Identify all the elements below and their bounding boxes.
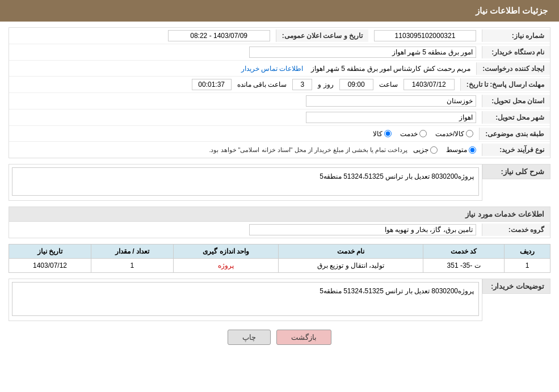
input-announce-date[interactable] <box>168 30 270 41</box>
value-service-group <box>9 222 482 238</box>
input-delivery-city[interactable] <box>306 112 476 123</box>
label-service-group: گروه خدمت: <box>482 224 550 236</box>
radio-jozi-label: جزیی <box>413 146 428 154</box>
back-button[interactable]: بازگشت <box>276 330 331 345</box>
input-need-number[interactable] <box>374 30 476 41</box>
input-response-time[interactable] <box>339 79 373 90</box>
col-header-name: نام خدمت <box>279 245 423 259</box>
purchase-type-row: متوسط جزیی پرداخت تمام یا بخشی از مبلغ خ… <box>15 146 476 154</box>
label-requester: ایجاد کننده درخواست: <box>476 62 550 75</box>
radio-kala-khadamat[interactable]: کالا/خدمت <box>435 130 473 138</box>
radio-kala-label: کالا <box>373 130 383 138</box>
value-general-desc <box>9 164 482 201</box>
col-header-code: کد خدمت <box>423 245 505 259</box>
table-head: ردیف کد خدمت نام خدمت واحد اندازه گیری ت… <box>9 245 550 259</box>
input-response-days[interactable] <box>292 79 312 90</box>
table-body: 1 ت -35- 351 تولید، انتقال و توزیع برق پ… <box>9 259 550 273</box>
radio-jozi-input[interactable] <box>430 146 438 154</box>
value-buyer-desc <box>9 279 482 321</box>
label-days: روز و <box>315 81 336 88</box>
radio-jozi[interactable]: جزیی <box>413 146 438 154</box>
value-delivery-city <box>9 109 482 125</box>
requester-name: مریم رحمت کش کارشناس امور برق منطقه 5 شه… <box>311 65 471 73</box>
row-purchase-type: نوع فرآیند خرید: متوسط جزیی <box>9 142 550 158</box>
table-row: 1 ت -35- 351 تولید، انتقال و توزیع برق پ… <box>9 259 550 273</box>
purchase-type-note: پرداخت تمام یا بخشی از مبلغ خریدار از مح… <box>209 146 407 154</box>
label-response-deadline: مهلت ارسال پاسخ: تا تاریخ: <box>460 78 550 91</box>
row-delivery-province: استان محل تحویل: <box>9 93 550 109</box>
radio-kala-khadamat-label: کالا/خدمت <box>435 130 464 138</box>
row-need-number: شماره نیاز: تاریخ و ساعت اعلان عمومی: <box>9 28 550 44</box>
label-general-desc: شرح کلی نیاز: <box>482 164 550 179</box>
radio-motavasset-label: متوسط <box>446 146 467 154</box>
value-purchase-type: متوسط جزیی پرداخت تمام یا بخشی از مبلغ خ… <box>9 144 482 156</box>
print-button[interactable]: چاپ <box>228 330 271 345</box>
services-info-section: گروه خدمت: <box>9 221 550 238</box>
label-need-number: شماره نیاز: <box>482 29 550 42</box>
general-desc-row: شرح کلی نیاز: <box>9 164 550 201</box>
col-header-unit: واحد اندازه گیری <box>173 245 279 259</box>
value-category: کالا/خدمت خدمت کالا <box>9 128 479 140</box>
page-wrapper: جزئیات اطلاعات نیاز شماره نیاز: تاریخ و … <box>0 0 559 392</box>
col-header-row: ردیف <box>505 245 550 259</box>
services-section-title: اطلاعات خدمات مورد نیاز <box>9 206 550 221</box>
value-requester: مریم رحمت کش کارشناس امور برق منطقه 5 شه… <box>9 62 476 75</box>
general-desc-section: شرح کلی نیاز: <box>9 164 550 201</box>
radio-kala[interactable]: کالا <box>373 130 392 138</box>
row-requester: ایجاد کننده درخواست: مریم رحمت کش کارشنا… <box>9 61 550 77</box>
row-buyer-station: نام دستگاه خریدار: <box>9 44 550 61</box>
label-category: طبقه بندی موضوعی: <box>479 128 550 140</box>
cell-unit: پروژه <box>173 259 279 273</box>
services-table: ردیف کد خدمت نام خدمت واحد اندازه گیری ت… <box>9 244 550 273</box>
radio-motavasset-input[interactable] <box>469 146 476 154</box>
label-delivery-city: شهر محل تحویل: <box>482 111 550 124</box>
input-response-date[interactable] <box>404 79 455 90</box>
row-service-group: گروه خدمت: <box>9 222 550 238</box>
radio-kala-input[interactable] <box>384 130 392 137</box>
label-time: ساعت <box>376 81 401 88</box>
services-table-section: ردیف کد خدمت نام خدمت واحد اندازه گیری ت… <box>9 244 550 273</box>
row-delivery-city: شهر محل تحویل: <box>9 109 550 126</box>
radio-motavasset[interactable]: متوسط <box>446 146 476 154</box>
row-category: طبقه بندی موضوعی: کالا/خدمت خدمت <box>9 126 550 142</box>
buttons-row: بازگشت چاپ <box>9 330 550 345</box>
value-announce-date <box>9 28 276 44</box>
col-header-quantity: تعداد / مقدار <box>91 245 174 259</box>
radio-khadamat[interactable]: خدمت <box>400 130 427 138</box>
label-buyer-station: نام دستگاه خریدار: <box>482 46 550 58</box>
textarea-buyer-desc[interactable] <box>12 282 479 316</box>
input-delivery-province[interactable] <box>306 95 476 107</box>
deadline-fields: ساعت روز و ساعت باقی مانده <box>15 79 455 90</box>
label-remaining: ساعت باقی مانده <box>234 81 290 88</box>
header-title: جزئیات اطلاعات نیاز <box>476 6 548 15</box>
main-content: شماره نیاز: تاریخ و ساعت اعلان عمومی: نا… <box>0 22 559 351</box>
label-delivery-province: استان محل تحویل: <box>482 95 550 107</box>
input-buyer-station[interactable] <box>249 47 476 58</box>
requester-contact-link[interactable]: اطلاعات تماس خریدار <box>241 65 304 73</box>
header-bar: جزئیات اطلاعات نیاز <box>0 0 559 22</box>
cell-name: تولید، انتقال و توزیع برق <box>279 259 423 273</box>
value-delivery-province <box>9 93 482 109</box>
row-response-deadline: مهلت ارسال پاسخ: تا تاریخ: ساعت روز و سا… <box>9 77 550 93</box>
input-service-group[interactable] <box>249 224 476 235</box>
cell-quantity: 1 <box>91 259 174 273</box>
buyer-desc-section: توضیحات خریدار: <box>9 279 550 321</box>
table-header-row: ردیف کد خدمت نام خدمت واحد اندازه گیری ت… <box>9 245 550 259</box>
info-section-top: شماره نیاز: تاریخ و ساعت اعلان عمومی: نا… <box>9 27 550 158</box>
label-purchase-type: نوع فرآیند خرید: <box>482 144 550 156</box>
label-buyer-desc: توضیحات خریدار: <box>482 279 550 294</box>
category-radio-group: کالا/خدمت خدمت کالا <box>15 130 473 138</box>
radio-kala-khadamat-input[interactable] <box>466 130 473 137</box>
value-buyer-station <box>9 44 482 60</box>
input-response-remaining[interactable] <box>192 79 232 90</box>
label-announce-date: تاریخ و ساعت اعلان عمومی: <box>276 29 368 42</box>
textarea-general-desc[interactable] <box>12 167 479 196</box>
purchase-radio-group: متوسط جزیی <box>413 146 476 154</box>
cell-date: 1403/07/12 <box>9 259 91 273</box>
value-need-number <box>368 28 482 44</box>
radio-khadamat-input[interactable] <box>419 130 427 137</box>
cell-row: 1 <box>505 259 550 273</box>
col-header-date: تاریخ نیاز <box>9 245 91 259</box>
radio-khadamat-label: خدمت <box>400 130 418 138</box>
buyer-desc-row: توضیحات خریدار: <box>9 279 550 321</box>
